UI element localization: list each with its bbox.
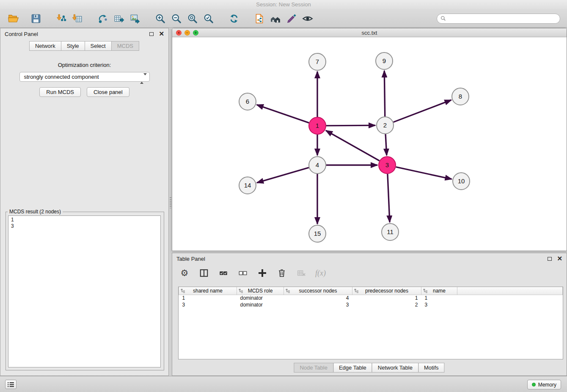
criterion-dropdown[interactable]: strongly connected component [19,72,150,82]
close-table-panel-icon[interactable]: ✕ [557,257,562,261]
column-header-successor-nodes[interactable]: successor nodes [284,287,352,295]
graph-node-9[interactable]: 9 [376,52,393,69]
trash-icon [277,268,286,278]
graph-edge-4-14[interactable] [257,168,309,183]
zoom-fit-button[interactable] [184,11,201,27]
graph-node-7[interactable]: 7 [309,53,326,70]
column-header-predecessor-nodes[interactable]: predecessor nodes [352,287,421,295]
divider-grip[interactable] [170,197,171,208]
refresh-button[interactable] [226,11,242,27]
graph-node-10[interactable]: 10 [453,173,470,190]
graph-edge-2-9[interactable] [384,71,385,116]
table-row[interactable]: 1dominator411 [179,295,563,301]
delete-row-button[interactable] [276,268,287,279]
table-settings-button[interactable]: ⚙ [179,268,190,279]
tab-motifs[interactable]: Motifs [418,363,445,373]
import-table-button[interactable] [69,11,85,27]
graph-node-label: 4 [316,161,319,168]
table-cell[interactable]: 3 [421,301,457,308]
table-row[interactable]: 3dominator323 [179,301,563,308]
run-mcds-button[interactable]: Run MCDS [39,87,81,97]
column-header-name[interactable]: name [421,287,457,295]
show-hide-button[interactable] [300,11,316,27]
column-header-mcds-role[interactable]: MCDS role [237,287,284,295]
home-button[interactable] [267,11,284,27]
select-all-button[interactable] [218,268,229,279]
tab-network-table[interactable]: Network Table [372,363,418,373]
minimize-window-icon[interactable]: − [184,30,190,36]
close-window-icon[interactable]: × [176,30,182,36]
deselect-all-button[interactable] [237,268,248,279]
graph-node-label: 6 [246,98,249,105]
table-cell[interactable]: 1 [179,295,237,301]
zoom-in-button[interactable] [152,11,168,27]
column-sort-icon [286,289,290,295]
graph-node-label: 7 [316,58,319,65]
tab-style[interactable]: Style [61,41,85,51]
memory-button[interactable]: Memory [527,380,561,389]
criterion-dropdown-value: strongly connected component [24,74,99,80]
graph-node-15[interactable]: 15 [309,225,326,242]
new-network-button[interactable] [95,11,111,27]
graph-edge-2-3[interactable] [385,134,387,155]
column-sort-icon [239,289,243,295]
graph-node-2[interactable]: 2 [377,117,394,134]
graph-node-4[interactable]: 4 [309,157,326,174]
network-graph[interactable]: 7968124314101511 [172,37,567,251]
task-history-button[interactable] [5,380,17,389]
float-panel-icon[interactable] [149,32,154,36]
graph-node-14[interactable]: 14 [239,177,256,194]
table-cell[interactable]: 1 [352,295,421,301]
graph-edge-1-6[interactable] [257,105,309,123]
open-session-button[interactable] [251,11,267,27]
save-button[interactable] [28,11,44,27]
search-box[interactable] [437,14,560,24]
graph-edge-3-10[interactable] [396,167,452,179]
float-table-panel-icon[interactable] [548,257,552,261]
graph-node-8[interactable]: 8 [452,88,469,105]
tab-edge-table[interactable]: Edge Table [333,363,372,373]
tab-node-table[interactable]: Node Table [294,363,333,373]
table-cell[interactable]: dominator [237,301,284,308]
network-canvas[interactable]: 7968124314101511 [172,37,567,251]
graph-node-1[interactable]: 1 [309,117,326,134]
open-button[interactable] [5,11,21,27]
graph-edge-1-2[interactable] [326,125,375,126]
close-panel-icon[interactable]: ✕ [159,32,164,36]
graph-edge-3-1[interactable] [326,130,380,160]
column-header-shared-name[interactable]: shared name [179,287,237,295]
table-cell[interactable]: 3 [284,301,352,308]
table-cell[interactable]: 3 [179,301,237,308]
table-cell[interactable]: dominator [237,295,284,301]
import-network-button[interactable] [53,11,69,27]
table-cell[interactable]: 1 [421,295,457,301]
table-cell[interactable]: 4 [284,295,352,301]
maximize-window-icon[interactable]: + [193,30,198,36]
graph-edge-3-11[interactable] [388,174,390,222]
function-builder-button[interactable]: f(x) [315,268,326,279]
tab-network[interactable]: Network [29,41,61,51]
add-row-button[interactable] [257,268,268,279]
network-window-title: scc.txt [362,30,377,36]
search-input[interactable] [448,15,556,22]
show-columns-button[interactable] [198,268,209,279]
delete-table-button[interactable] [296,268,307,279]
style-button[interactable] [284,11,300,27]
tab-select[interactable]: Select [85,41,112,51]
graph-node-11[interactable]: 11 [382,224,399,240]
graph-edge-2-8[interactable] [394,100,451,122]
tab-mcds[interactable]: MCDS [111,41,139,51]
zoom-selected-button[interactable] [201,11,217,27]
network-window-titlebar[interactable]: × − + scc.txt [172,28,567,37]
export-table-button[interactable] [111,11,127,27]
close-panel-button[interactable]: Close panel [87,87,129,97]
zoom-out-button[interactable] [168,11,184,27]
mcds-result-list[interactable]: 13 [8,215,161,367]
import-network-icon [56,13,67,24]
graph-node-6[interactable]: 6 [239,93,256,110]
graph-node-label: 11 [387,228,394,235]
panel-divider[interactable] [169,28,172,376]
table-cell[interactable]: 2 [352,301,421,308]
export-image-button[interactable] [127,11,143,27]
graph-node-3[interactable]: 3 [379,157,396,174]
